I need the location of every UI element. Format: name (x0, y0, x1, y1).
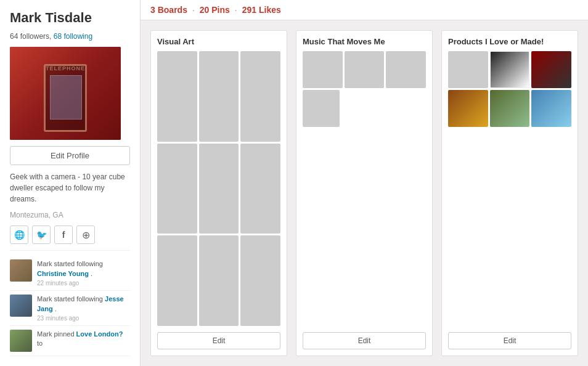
board-image (240, 51, 280, 142)
board-edit-button[interactable]: Edit (303, 332, 426, 349)
boards-label: Boards (158, 5, 187, 15)
board-card-products: Products I Love or Made! Edit (441, 30, 578, 356)
board-images-row2 (303, 90, 426, 127)
activity-item: Mark started following Christine Young .… (10, 256, 130, 291)
board-image (345, 51, 385, 88)
board-images-row1 (303, 51, 426, 88)
followers-label: followers, (20, 32, 54, 41)
activity-text: Mark pinned Love London? to (37, 330, 130, 349)
board-image (157, 235, 197, 326)
likes-count: 291 (242, 5, 256, 15)
avatar (10, 330, 32, 352)
activity-content: Mark started following Christine Young .… (37, 259, 130, 287)
dot-separator: · (192, 5, 195, 15)
globe-icon[interactable]: 🌐 (10, 226, 28, 244)
board-images-grid (157, 51, 280, 326)
board-card-music: Music That Moves Me Edit (296, 30, 433, 356)
activity-action: Mark started following (37, 260, 103, 267)
board-image (448, 51, 488, 88)
edit-profile-button[interactable]: Edit Profile (10, 146, 130, 165)
activity-feed: Mark started following Christine Young .… (10, 250, 130, 356)
followers-line: 64 followers, 68 following (10, 32, 130, 41)
boards-area: Visual Art Edit Music That Moves Me (141, 20, 588, 366)
board-image (240, 144, 280, 234)
pins-label: Pins (211, 5, 230, 15)
board-images-area (448, 51, 571, 326)
bio-text: Geek with a camera - 10 year cube dwelle… (10, 171, 130, 205)
activity-item: Mark pinned Love London? to (10, 326, 130, 356)
board-image (386, 51, 426, 88)
boards-count-link[interactable]: 3 Boards (150, 5, 187, 15)
facebook-icon[interactable]: f (54, 226, 73, 244)
board-image (199, 144, 239, 234)
likes-count-link[interactable]: 291 Likes (242, 5, 281, 15)
phone-box-illustration (10, 47, 121, 140)
boards-count: 3 (150, 5, 155, 15)
phone-box-inner (44, 64, 87, 132)
location-text: Montezuma, GA (10, 211, 130, 219)
activity-content: Mark pinned Love London? to (37, 330, 130, 349)
activity-text: Mark started following Jesse Jang . (37, 295, 130, 314)
activity-suffix: . (91, 270, 92, 277)
activity-item: Mark started following Jesse Jang . 23 m… (10, 291, 130, 326)
activity-target-link[interactable]: Christine Young (37, 270, 89, 277)
board-image (531, 51, 571, 88)
board-title: Visual Art (157, 37, 280, 46)
rss-icon[interactable]: ⊕ (76, 226, 95, 244)
activity-content: Mark started following Jesse Jang . 23 m… (37, 295, 130, 322)
avatar (10, 295, 32, 317)
followers-count: 64 (10, 32, 18, 41)
board-card-visual-art: Visual Art Edit (150, 30, 287, 356)
activity-suffix: . (55, 305, 57, 312)
following-label: following (63, 32, 92, 41)
board-image (531, 90, 571, 127)
following-link[interactable]: 68 following (54, 32, 92, 41)
topbar: 3 Boards · 20 Pins · 291 Likes (141, 0, 588, 20)
dot-separator: · (235, 5, 237, 15)
profile-photo (10, 47, 121, 140)
activity-time: 23 minutes ago (37, 315, 130, 322)
board-image (303, 90, 340, 127)
user-name: Mark Tisdale (10, 10, 130, 26)
pins-count-link[interactable]: 20 Pins (200, 5, 230, 15)
board-image (448, 90, 488, 127)
board-image (490, 90, 530, 127)
board-image (303, 51, 343, 88)
following-count: 68 (54, 32, 62, 41)
sidebar: Mark Tisdale 64 followers, 68 following … (0, 0, 141, 366)
twitter-icon[interactable]: 🐦 (32, 226, 51, 244)
board-edit-button[interactable]: Edit (157, 332, 280, 349)
main-content: 3 Boards · 20 Pins · 291 Likes Visual Ar… (141, 0, 588, 366)
activity-action: Mark pinned (37, 330, 76, 338)
board-image (490, 51, 530, 88)
activity-suffix: to (37, 340, 43, 347)
board-images-row2 (448, 90, 571, 127)
activity-text: Mark started following Christine Young . (37, 259, 130, 279)
board-images-area (303, 51, 426, 326)
activity-time: 22 minutes ago (37, 280, 130, 287)
board-image (240, 235, 280, 326)
board-images-row1 (448, 51, 571, 88)
board-image (199, 51, 239, 142)
activity-action: Mark started following (37, 295, 105, 303)
board-image (157, 144, 197, 234)
avatar (10, 259, 32, 282)
board-image (157, 51, 197, 142)
board-title: Music That Moves Me (303, 37, 426, 46)
activity-target-link[interactable]: Love London? (76, 330, 123, 338)
board-edit-button[interactable]: Edit (448, 332, 571, 349)
social-icons-bar: 🌐 🐦 f ⊕ (10, 226, 130, 244)
likes-label: Likes (259, 5, 281, 15)
board-image (199, 235, 239, 326)
pins-count: 20 (200, 5, 210, 15)
board-title: Products I Love or Made! (448, 37, 571, 46)
